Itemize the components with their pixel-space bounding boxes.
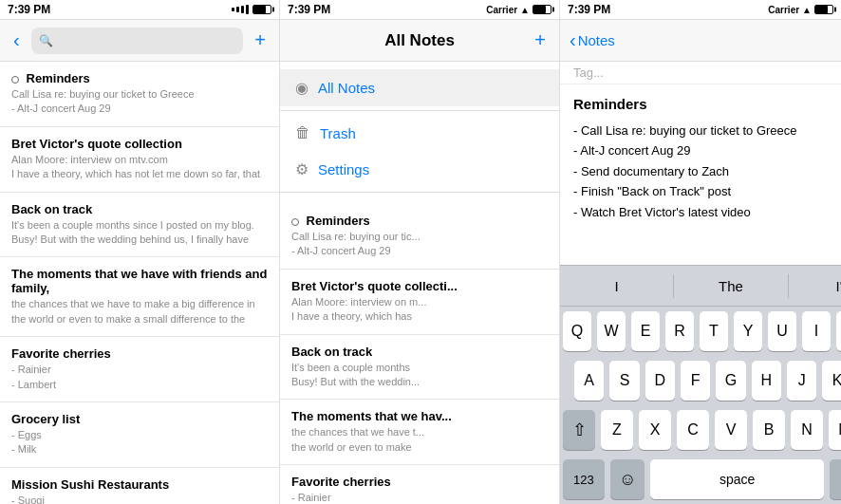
notes-list-2: Reminders Call Lisa re: buying our tic..…: [280, 204, 559, 504]
note-line: - Watch Bret Victor's latest video: [573, 203, 841, 222]
wifi-icon-3: ▲: [802, 5, 812, 15]
divider: [280, 110, 559, 111]
key-y[interactable]: Y: [734, 311, 762, 351]
key-o[interactable]: O: [836, 311, 841, 351]
key-j[interactable]: J: [787, 361, 816, 401]
status-bar-2: 7:39 PM Carrier ▲: [280, 0, 560, 19]
key-s[interactable]: S: [609, 361, 639, 401]
note-item[interactable]: Reminders Call Lisa re: buying our ticke…: [0, 62, 279, 127]
wifi-icon-2: ▲: [520, 5, 530, 15]
sidebar-item-all-notes[interactable]: ◉ All Notes: [280, 69, 559, 106]
note-line: - Call Lisa re: buying our ticket to Gre…: [573, 121, 841, 140]
return-key[interactable]: return: [830, 459, 841, 499]
chevron-left-icon: ‹: [570, 29, 576, 51]
shift-key[interactable]: ⇧: [563, 410, 595, 450]
panel-notes-list: ‹ 🔍 + Reminders Call Lisa re: buying our…: [0, 20, 280, 504]
carrier-3: Carrier: [768, 5, 799, 15]
note-item[interactable]: The moments that we have with friends an…: [0, 257, 279, 337]
note-detail-title: Reminders: [573, 94, 841, 116]
trash-icon: 🗑: [295, 124, 310, 141]
panel-note-detail: ‹ Notes ⓘ ⊡ Tag... Reminders - Call Lisa…: [560, 20, 841, 504]
space-key[interactable]: space: [650, 459, 824, 499]
key-m[interactable]: M: [829, 410, 841, 450]
key-d[interactable]: D: [645, 361, 675, 401]
suggestion-im[interactable]: I'm: [789, 274, 841, 298]
add-note-button-2[interactable]: +: [531, 28, 550, 53]
note-preview: - Eggs- Milk: [11, 428, 268, 457]
key-z[interactable]: Z: [601, 410, 633, 450]
sidebar-item-settings[interactable]: ⚙ Settings: [280, 151, 559, 188]
note-item[interactable]: Back on track It's been a couple months …: [0, 193, 279, 258]
note-line: - Alt-J concert Aug 29: [573, 141, 841, 160]
note-title: Favorite cherries: [11, 346, 268, 361]
note-preview: - Rainier- Lambert: [11, 363, 268, 392]
time-1: 7:39 PM: [8, 3, 50, 16]
note-title: Back on track: [11, 202, 268, 216]
sidebar-item-trash[interactable]: 🗑 Trash: [280, 115, 559, 151]
key-row-2: A S D F G H J K L: [560, 356, 841, 405]
key-v[interactable]: V: [715, 410, 747, 450]
note-content[interactable]: Reminders - Call Lisa re: buying our tic…: [560, 84, 841, 265]
panels: ‹ 🔍 + Reminders Call Lisa re: buying our…: [0, 19, 841, 504]
note-item[interactable]: Bret Victor's quote collection Alan Moor…: [0, 127, 279, 193]
settings-icon: ⚙: [295, 160, 308, 178]
number-key[interactable]: 123: [563, 459, 605, 499]
key-a[interactable]: A: [574, 361, 604, 401]
note-item[interactable]: Back on track It's been a couple monthsB…: [280, 335, 559, 401]
key-r[interactable]: R: [665, 311, 694, 351]
key-b[interactable]: B: [753, 410, 785, 450]
note-preview: the chances that we have to make a big d…: [11, 297, 268, 327]
search-box[interactable]: 🔍: [31, 28, 244, 54]
key-q[interactable]: Q: [563, 311, 591, 351]
note-item[interactable]: Favorite cherries - Rainier- Lambert: [280, 465, 559, 504]
note-item[interactable]: Bret Victor's quote collecti... Alan Moo…: [280, 270, 559, 335]
status-bars: 7:39 PM 7:39 PM Carrier ▲ 7:: [0, 0, 841, 19]
key-f[interactable]: F: [681, 361, 710, 401]
signal-1: [232, 5, 249, 14]
add-note-button[interactable]: +: [251, 28, 270, 53]
note-title: Grocery list: [11, 412, 268, 426]
back-button[interactable]: ‹: [9, 28, 24, 53]
note-preview: - Rainier- Lambert: [291, 491, 548, 504]
key-e[interactable]: E: [631, 311, 660, 351]
battery-3: [814, 5, 833, 14]
key-h[interactable]: H: [752, 361, 781, 401]
note-preview: Alan Moore: interview on m...I have a th…: [291, 295, 548, 325]
status-bar-1: 7:39 PM: [0, 0, 280, 19]
key-x[interactable]: X: [639, 410, 671, 450]
key-k[interactable]: K: [822, 361, 841, 401]
note-title: Bret Victor's quote collecti...: [291, 279, 548, 293]
note-item[interactable]: Reminders Call Lisa re: buying our tic..…: [280, 204, 559, 270]
tag-field[interactable]: Tag...: [560, 62, 841, 84]
panel2-toolbar: All Notes +: [280, 20, 559, 62]
all-notes-icon: ◉: [295, 79, 308, 97]
battery-2: [533, 5, 551, 14]
time-2: 7:39 PM: [288, 3, 330, 16]
panel1-toolbar: ‹ 🔍 +: [0, 20, 279, 62]
note-line: - Finish "Back on Track" post: [573, 182, 841, 201]
key-w[interactable]: W: [597, 311, 626, 351]
note-preview: Call Lisa re: buying our ticket to Greec…: [11, 87, 268, 117]
key-c[interactable]: C: [677, 410, 709, 450]
note-item[interactable]: Grocery list - Eggs- Milk: [0, 402, 279, 468]
note-item[interactable]: Mission Sushi Restaurants - Suogi- Blowf…: [0, 468, 279, 504]
suggestion-the[interactable]: The: [674, 274, 788, 298]
note-item[interactable]: Favorite cherries - Rainier- Lambert: [0, 337, 279, 402]
panel-all-notes: All Notes + ◉ All Notes 🗑 Trash ⚙ Settin…: [280, 20, 560, 504]
note-title: Reminders: [291, 214, 548, 228]
note-detail-header: ‹ Notes ⓘ ⊡: [560, 20, 841, 62]
key-t[interactable]: T: [700, 311, 728, 351]
divider: [280, 192, 559, 193]
key-row-1: Q W E R T Y U I O P: [560, 307, 841, 356]
key-u[interactable]: U: [768, 311, 796, 351]
emoji-key[interactable]: ☺: [610, 459, 645, 499]
key-n[interactable]: N: [791, 410, 823, 450]
keyboard-suggestions: I The I'm: [560, 265, 841, 307]
suggestion-i[interactable]: I: [560, 274, 674, 298]
key-i[interactable]: I: [802, 311, 831, 351]
note-title: Mission Sushi Restaurants: [11, 477, 268, 492]
note-item[interactable]: The moments that we hav... the chances t…: [280, 400, 559, 465]
back-to-notes[interactable]: ‹ Notes: [570, 29, 615, 51]
key-g[interactable]: G: [716, 361, 745, 401]
note-preview: It's been a couple months since I posted…: [11, 218, 268, 248]
